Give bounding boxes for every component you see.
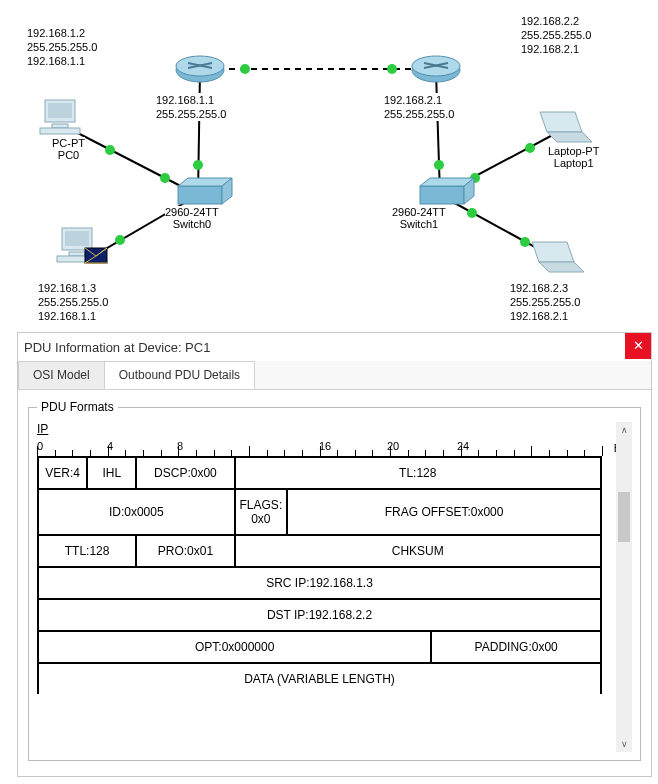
svg-point-25 xyxy=(412,58,460,82)
network-topology-canvas[interactable]: 192.168.1.2 255.255.255.0 192.168.1.1 PC… xyxy=(0,0,658,332)
svg-rect-37 xyxy=(52,124,68,128)
router1-info: 192.168.2.1 255.255.255.0 xyxy=(384,93,454,121)
field-flags: FLAGS: 0x0 xyxy=(235,489,288,535)
svg-marker-46 xyxy=(532,242,574,262)
svg-point-21 xyxy=(176,58,224,82)
pc1-icon[interactable] xyxy=(57,228,107,263)
switch0-label: 2960-24TT Switch0 xyxy=(165,206,219,230)
laptop2-info: 192.168.2.3 255.255.255.0 192.168.2.1 xyxy=(510,281,580,323)
svg-point-19 xyxy=(467,208,477,218)
field-srcip: SRC IP:192.168.1.3 xyxy=(38,567,601,599)
field-tl: TL:128 xyxy=(235,457,601,489)
switch0-icon[interactable] xyxy=(178,178,232,204)
svg-rect-40 xyxy=(65,231,89,246)
router1-icon[interactable] xyxy=(412,56,460,82)
pc0-label: PC-PT PC0 xyxy=(52,137,85,161)
pdu-formats-group: PDU Formats IP 0 4 8 16 20 24 Bits xyxy=(28,400,641,761)
router0-info: 192.168.1.1 255.255.255.0 xyxy=(156,93,226,121)
scroll-up-icon[interactable]: ∧ xyxy=(616,422,632,438)
tab-outbound-pdu[interactable]: Outbound PDU Details xyxy=(104,361,255,389)
field-pro: PRO:0x01 xyxy=(136,535,234,567)
tab-osi-model[interactable]: OSI Model xyxy=(18,361,105,389)
window-title: PDU Information at Device: PC1 xyxy=(24,340,210,355)
svg-line-28 xyxy=(424,63,448,68)
field-data: DATA (VARIABLE LENGTH) xyxy=(38,663,601,694)
svg-point-7 xyxy=(105,145,115,155)
svg-point-14 xyxy=(387,64,397,74)
svg-marker-33 xyxy=(420,178,474,186)
svg-marker-30 xyxy=(178,178,232,186)
close-button[interactable]: ✕ xyxy=(625,333,651,359)
svg-line-5 xyxy=(440,130,562,195)
svg-rect-43 xyxy=(85,248,107,263)
pdu-formats-legend: PDU Formats xyxy=(37,400,118,414)
svg-rect-42 xyxy=(57,256,97,262)
ip-header-title: IP xyxy=(37,422,602,436)
svg-marker-31 xyxy=(222,178,232,204)
field-chksum: CHKSUM xyxy=(235,535,601,567)
svg-point-26 xyxy=(412,56,460,76)
svg-point-18 xyxy=(525,143,535,153)
router0-icon[interactable] xyxy=(176,56,224,82)
svg-rect-36 xyxy=(48,103,72,118)
svg-marker-44 xyxy=(540,112,582,132)
svg-marker-47 xyxy=(539,262,584,272)
svg-point-20 xyxy=(520,237,530,247)
svg-rect-32 xyxy=(420,186,464,204)
laptop1-label: Laptop-PT Laptop1 xyxy=(548,145,599,169)
svg-line-6 xyxy=(440,195,555,258)
field-ttl: TTL:128 xyxy=(38,535,136,567)
pc0-icon[interactable] xyxy=(40,100,80,134)
close-icon: ✕ xyxy=(633,338,644,353)
pc1-info: 192.168.1.3 255.255.255.0 192.168.1.1 xyxy=(38,281,108,323)
pc0-info: 192.168.1.2 255.255.255.0 192.168.1.1 xyxy=(27,26,97,68)
svg-rect-35 xyxy=(45,100,75,122)
field-frag: FRAG OFFSET:0x000 xyxy=(287,489,601,535)
field-dscp: DSCP:0x00 xyxy=(136,457,234,489)
bit-ruler: 0 4 8 16 20 24 Bits xyxy=(37,438,602,456)
scroll-down-icon[interactable]: ∨ xyxy=(616,736,632,752)
ip-header-table: VER:4 IHL DSCP:0x00 TL:128 ID:0x0005 FLA… xyxy=(37,456,602,694)
svg-line-2 xyxy=(198,72,200,195)
laptop2-icon[interactable] xyxy=(532,242,584,272)
titlebar[interactable]: PDU Information at Device: PC1 ✕ xyxy=(18,333,651,361)
svg-point-17 xyxy=(470,173,480,183)
tabs: OSI Model Outbound PDU Details xyxy=(18,361,651,390)
svg-rect-39 xyxy=(62,228,92,250)
svg-point-22 xyxy=(176,56,224,76)
field-ver: VER:4 xyxy=(38,457,87,489)
svg-point-16 xyxy=(434,160,444,170)
field-padding: PADDING:0x00 xyxy=(431,631,601,663)
svg-rect-41 xyxy=(69,252,85,256)
field-ihl: IHL xyxy=(87,457,136,489)
field-dstip: DST IP:192.168.2.2 xyxy=(38,599,601,631)
field-id: ID:0x0005 xyxy=(38,489,235,535)
svg-marker-34 xyxy=(464,178,474,204)
svg-line-0 xyxy=(72,130,198,195)
svg-point-9 xyxy=(115,235,125,245)
svg-point-8 xyxy=(160,173,170,183)
switch1-icon[interactable] xyxy=(420,178,474,204)
svg-rect-29 xyxy=(178,186,222,204)
vertical-scrollbar[interactable]: ∧ ∨ xyxy=(616,422,632,752)
switch1-label: 2960-24TT Switch1 xyxy=(392,206,446,230)
svg-rect-38 xyxy=(40,128,80,134)
scroll-thumb[interactable] xyxy=(618,492,630,542)
svg-point-11 xyxy=(193,160,203,170)
field-opt: OPT:0x000000 xyxy=(38,631,431,663)
svg-line-27 xyxy=(424,63,448,68)
laptop1-info: 192.168.2.2 255.255.255.0 192.168.2.1 xyxy=(521,14,591,56)
laptop1-icon[interactable] xyxy=(540,112,592,142)
svg-line-23 xyxy=(188,63,212,68)
svg-marker-45 xyxy=(547,132,592,142)
svg-line-4 xyxy=(436,72,440,195)
pdu-info-window: PDU Information at Device: PC1 ✕ OSI Mod… xyxy=(17,332,652,777)
svg-point-13 xyxy=(240,64,250,74)
svg-line-24 xyxy=(188,63,212,68)
